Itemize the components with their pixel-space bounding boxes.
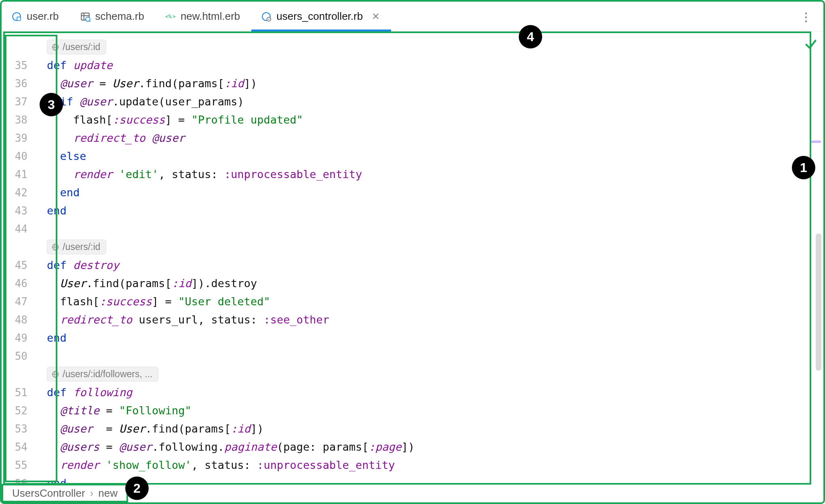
code-line[interactable]: @user = User.find(params[:id]) [37, 77, 257, 90]
callout-badge-1: 1 [792, 156, 815, 179]
marker-stripe[interactable] [811, 141, 821, 143]
code-line[interactable]: render 'edit', status: :unprocessable_en… [37, 168, 362, 181]
line-number: 49 [2, 332, 37, 344]
line-number: 52 [2, 405, 37, 417]
breadcrumb-part[interactable]: new [98, 487, 118, 500]
close-icon[interactable]: ✕ [372, 11, 380, 22]
code-line[interactable]: end [37, 186, 80, 199]
callout-badge-4: 4 [519, 25, 542, 48]
tab-label: users_controller.rb [276, 10, 363, 23]
line-number: 55 [2, 459, 37, 471]
line-number: 40 [2, 150, 37, 162]
line-number: 37 [2, 96, 37, 108]
svg-rect-1 [17, 17, 21, 21]
code-content[interactable]: /users/:iddef update @user = User.find(p… [37, 32, 823, 484]
line-number: 36 [2, 78, 37, 90]
route-hint[interactable]: /users/:id [47, 239, 106, 254]
code-line[interactable]: @user = User.find(params[:id]) [37, 422, 263, 435]
code-line[interactable]: @title = "Following" [37, 404, 192, 417]
line-number: 42 [2, 187, 37, 199]
route-hint[interactable]: /users/:id/followers, ... [47, 367, 158, 382]
tab-user-rb[interactable]: user.rb [2, 2, 70, 31]
tab-label: user.rb [27, 10, 59, 23]
editor-right-gutter [801, 32, 823, 484]
code-line[interactable]: User.find(params[:id]).destroy [37, 277, 257, 290]
code-line[interactable]: render 'show_follow', status: :unprocess… [37, 459, 395, 471]
line-number: 41 [2, 168, 37, 181]
code-line[interactable]: end [37, 332, 67, 344]
svg-text:<%: <% [165, 13, 172, 19]
code-line[interactable]: @users = @user.following.paginate(page: … [37, 441, 415, 453]
line-number: 43 [2, 205, 37, 217]
breadcrumb-separator: › [90, 487, 94, 500]
ide-window: user.rb schema.rb <%> new.html.erb users… [0, 0, 825, 504]
line-number-gutter: 3536373839404142434445464748495051525354… [2, 32, 37, 484]
tab-schema-rb[interactable]: schema.rb [70, 2, 156, 31]
table-file-icon [80, 11, 90, 22]
breadcrumb[interactable]: UsersController › new [2, 484, 128, 502]
code-line[interactable]: redirect_to users_url, status: :see_othe… [37, 313, 329, 326]
code-line[interactable]: def destroy [37, 259, 119, 271]
line-number: 50 [2, 350, 37, 362]
tab-label: new.html.erb [181, 10, 240, 23]
line-number: 48 [2, 314, 37, 326]
ruby-file-icon [11, 11, 22, 22]
scrollbar-thumb[interactable] [816, 233, 821, 371]
code-line[interactable]: if @user.update(user_params) [37, 95, 244, 108]
line-number: 45 [2, 259, 37, 271]
tab-users-controller-rb[interactable]: users_controller.rb ✕ [251, 2, 391, 31]
code-line[interactable]: end [37, 204, 67, 217]
editor-tabbar: user.rb schema.rb <%> new.html.erb users… [2, 2, 823, 32]
tab-label: schema.rb [95, 10, 144, 23]
code-line[interactable]: flash[:success] = "User deleted" [37, 295, 270, 308]
breadcrumb-part[interactable]: UsersController [12, 487, 85, 500]
svg-text:>: > [173, 13, 176, 19]
callout-badge-3: 3 [40, 93, 63, 116]
ruby-file-icon [261, 11, 271, 22]
code-line[interactable]: redirect_to @user [37, 132, 185, 144]
line-number: 46 [2, 277, 37, 290]
inspection-ok-icon[interactable] [804, 37, 818, 52]
line-number: 53 [2, 423, 37, 435]
svg-point-11 [268, 19, 269, 20]
callout-badge-2: 2 [125, 477, 149, 500]
line-number: 54 [2, 441, 37, 453]
svg-line-6 [89, 20, 90, 21]
line-number: 35 [2, 59, 37, 71]
editor-area[interactable]: 3536373839404142434445464748495051525354… [2, 32, 823, 484]
code-line[interactable]: flash[:success] = "Profile updated" [37, 113, 303, 126]
erb-file-icon: <%> [165, 11, 176, 22]
route-hint[interactable]: /users/:id [47, 40, 106, 55]
tab-new-html-erb[interactable]: <%> new.html.erb [156, 2, 251, 31]
line-number: 39 [2, 132, 37, 144]
tab-options-button[interactable]: ⋮ [800, 2, 813, 32]
line-number: 51 [2, 386, 37, 399]
code-line[interactable]: def following [37, 386, 132, 399]
line-number: 44 [2, 223, 37, 235]
code-line[interactable]: def update [37, 59, 113, 71]
code-line[interactable]: else [37, 150, 86, 162]
line-number: 38 [2, 114, 37, 126]
line-number: 47 [2, 296, 37, 308]
